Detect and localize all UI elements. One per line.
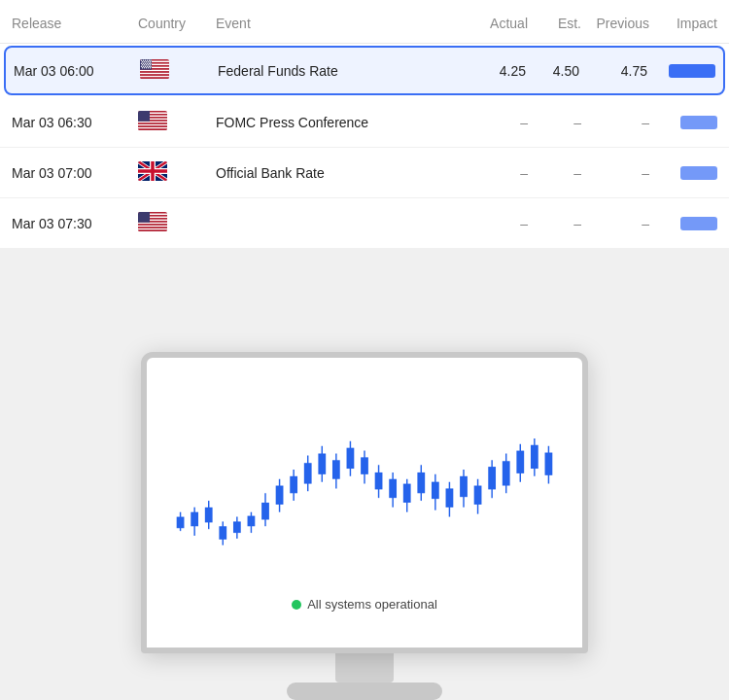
svg-point-27 xyxy=(145,63,146,64)
svg-point-20 xyxy=(142,61,143,62)
impact-bar xyxy=(680,166,717,180)
svg-rect-57 xyxy=(138,125,167,127)
svg-rect-105 xyxy=(375,472,383,489)
release-time: Mar 03 06:30 xyxy=(12,115,138,130)
svg-point-29 xyxy=(149,63,150,64)
col-header-release: Release xyxy=(12,16,138,31)
impact-indicator xyxy=(647,64,715,78)
svg-point-28 xyxy=(147,63,148,64)
candlestick-chart xyxy=(147,358,582,591)
svg-rect-129 xyxy=(545,453,553,475)
svg-rect-87 xyxy=(248,516,256,527)
svg-rect-127 xyxy=(531,445,538,469)
actual-value: – xyxy=(465,115,528,130)
svg-rect-89 xyxy=(261,503,269,519)
svg-rect-93 xyxy=(290,476,297,493)
candles xyxy=(177,438,553,545)
country-flag xyxy=(138,111,216,133)
svg-point-26 xyxy=(143,63,144,64)
est-value: – xyxy=(528,216,581,231)
table-header: Release Country Event Actual Est. Previo… xyxy=(0,0,729,44)
svg-point-23 xyxy=(148,61,149,62)
svg-rect-72 xyxy=(138,227,167,228)
svg-rect-103 xyxy=(361,457,368,473)
table-row[interactable]: Mar 03 07:30 – – – xyxy=(0,198,729,249)
impact-indicator xyxy=(649,116,717,129)
svg-point-21 xyxy=(144,61,145,62)
previous-value: 4.75 xyxy=(579,63,647,79)
svg-rect-54 xyxy=(138,122,167,123)
svg-rect-71 xyxy=(138,226,167,228)
svg-point-19 xyxy=(150,60,151,61)
svg-rect-74 xyxy=(138,229,167,231)
svg-rect-12 xyxy=(140,77,169,79)
svg-rect-107 xyxy=(389,479,397,498)
actual-value: – xyxy=(465,216,528,231)
actual-value: 4.25 xyxy=(463,63,526,79)
svg-rect-7 xyxy=(140,70,169,72)
release-time: Mar 03 07:30 xyxy=(12,216,138,231)
svg-rect-91 xyxy=(276,486,284,505)
previous-value: – xyxy=(581,115,649,130)
economic-calendar-table: Release Country Event Actual Est. Previo… xyxy=(0,0,729,249)
table-row[interactable]: Mar 03 06:00 xyxy=(4,46,725,95)
svg-rect-8 xyxy=(140,71,169,73)
table-row[interactable]: Mar 03 07:00 Official Bank Rate – – – xyxy=(0,148,729,198)
svg-rect-95 xyxy=(304,463,312,483)
svg-point-33 xyxy=(146,64,147,65)
monitor-graphic: All systems operational xyxy=(141,352,588,700)
svg-rect-111 xyxy=(417,472,425,493)
svg-point-30 xyxy=(150,63,151,64)
svg-rect-99 xyxy=(332,460,340,478)
svg-point-36 xyxy=(141,66,142,67)
svg-point-17 xyxy=(147,60,148,61)
svg-rect-56 xyxy=(138,124,167,126)
impact-bar xyxy=(680,217,717,230)
svg-point-40 xyxy=(149,66,150,67)
svg-point-25 xyxy=(141,63,142,64)
event-name: Federal Funds Rate xyxy=(218,63,463,79)
svg-rect-11 xyxy=(140,76,169,78)
svg-rect-125 xyxy=(516,451,524,473)
country-flag xyxy=(138,161,216,184)
event-name: Official Bank Rate xyxy=(216,165,465,181)
svg-rect-69 xyxy=(138,223,167,225)
event-name: FOMC Press Conference xyxy=(216,115,465,130)
col-header-event: Event xyxy=(216,16,465,31)
col-header-country: Country xyxy=(138,16,216,31)
svg-point-39 xyxy=(147,66,148,67)
svg-rect-60 xyxy=(138,111,150,122)
svg-point-45 xyxy=(148,67,149,68)
country-flag xyxy=(140,59,218,82)
col-header-impact: Impact xyxy=(649,16,717,31)
svg-point-31 xyxy=(142,64,143,65)
svg-point-46 xyxy=(150,67,151,68)
est-value: – xyxy=(528,165,581,181)
svg-point-18 xyxy=(149,60,150,61)
svg-rect-73 xyxy=(138,228,167,230)
svg-point-34 xyxy=(148,64,149,65)
col-header-previous: Previous xyxy=(581,16,649,31)
country-flag xyxy=(138,212,216,234)
svg-point-38 xyxy=(145,66,146,67)
svg-rect-109 xyxy=(403,484,411,503)
svg-point-43 xyxy=(144,67,145,68)
impact-bar xyxy=(680,116,717,129)
est-value: – xyxy=(528,115,581,130)
status-bar: All systems operational xyxy=(147,591,582,617)
table-row[interactable]: Mar 03 06:30 FOMC Press Conference – – xyxy=(0,97,729,148)
svg-rect-70 xyxy=(138,224,167,226)
svg-rect-119 xyxy=(474,486,482,505)
svg-rect-79 xyxy=(191,512,198,527)
col-header-est: Est. xyxy=(528,16,581,31)
svg-rect-85 xyxy=(233,521,241,533)
svg-point-37 xyxy=(143,66,144,67)
svg-point-24 xyxy=(150,61,151,62)
svg-point-44 xyxy=(146,67,147,68)
svg-rect-59 xyxy=(138,128,167,130)
svg-point-16 xyxy=(145,60,146,61)
svg-rect-9 xyxy=(140,73,169,75)
svg-point-42 xyxy=(142,67,143,68)
impact-indicator xyxy=(649,166,717,180)
svg-point-32 xyxy=(144,64,145,65)
